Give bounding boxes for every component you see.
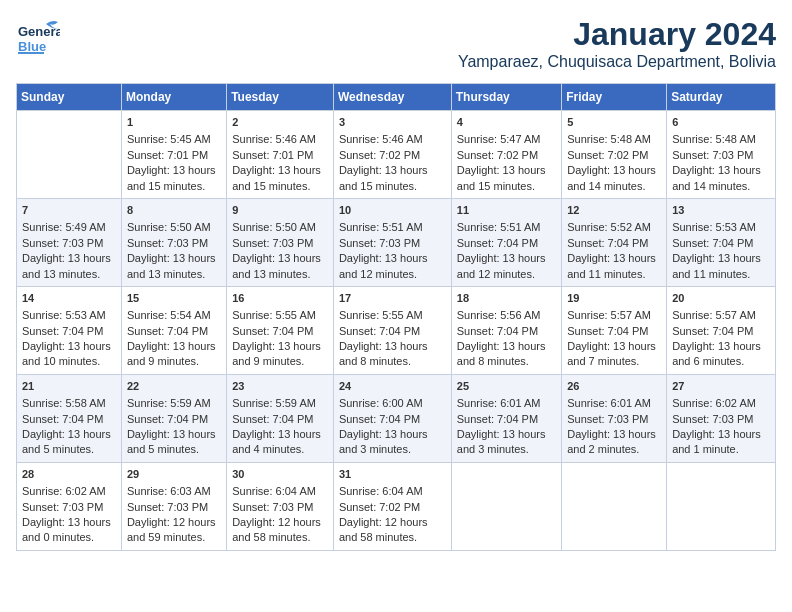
sunrise-label: Sunrise: 5:47 AM	[457, 133, 541, 145]
sunset-label: Sunset: 7:04 PM	[339, 413, 420, 425]
day-cell: 9Sunrise: 5:50 AMSunset: 7:03 PMDaylight…	[227, 198, 334, 286]
day-cell	[667, 462, 776, 550]
daylight-label: Daylight: 13 hours and 9 minutes.	[232, 340, 321, 367]
daylight-label: Daylight: 13 hours and 9 minutes.	[127, 340, 216, 367]
sunset-label: Sunset: 7:02 PM	[567, 149, 648, 161]
day-number: 31	[339, 467, 446, 482]
daylight-label: Daylight: 13 hours and 11 minutes.	[567, 252, 656, 279]
day-number: 2	[232, 115, 328, 130]
header-row: SundayMondayTuesdayWednesdayThursdayFrid…	[17, 84, 776, 111]
sunrise-label: Sunrise: 5:45 AM	[127, 133, 211, 145]
sunset-label: Sunset: 7:04 PM	[22, 325, 103, 337]
sunrise-label: Sunrise: 5:56 AM	[457, 309, 541, 321]
day-cell: 4Sunrise: 5:47 AMSunset: 7:02 PMDaylight…	[451, 111, 561, 199]
day-cell: 28Sunrise: 6:02 AMSunset: 7:03 PMDayligh…	[17, 462, 122, 550]
day-cell: 14Sunrise: 5:53 AMSunset: 7:04 PMDayligh…	[17, 286, 122, 374]
sunrise-label: Sunrise: 6:03 AM	[127, 485, 211, 497]
sunrise-label: Sunrise: 5:51 AM	[457, 221, 541, 233]
daylight-label: Daylight: 13 hours and 14 minutes.	[567, 164, 656, 191]
header-cell-wednesday: Wednesday	[333, 84, 451, 111]
day-cell: 10Sunrise: 5:51 AMSunset: 7:03 PMDayligh…	[333, 198, 451, 286]
sunset-label: Sunset: 7:04 PM	[127, 413, 208, 425]
sunrise-label: Sunrise: 5:55 AM	[339, 309, 423, 321]
sunrise-label: Sunrise: 5:53 AM	[22, 309, 106, 321]
page-header: General Blue January 2024 Yamparaez, Chu…	[16, 16, 776, 71]
sunrise-label: Sunrise: 6:02 AM	[672, 397, 756, 409]
sunrise-label: Sunrise: 5:58 AM	[22, 397, 106, 409]
daylight-label: Daylight: 13 hours and 0 minutes.	[22, 516, 111, 543]
sunrise-label: Sunrise: 6:02 AM	[22, 485, 106, 497]
day-number: 13	[672, 203, 770, 218]
sunset-label: Sunset: 7:03 PM	[232, 501, 313, 513]
day-cell: 3Sunrise: 5:46 AMSunset: 7:02 PMDaylight…	[333, 111, 451, 199]
day-number: 22	[127, 379, 221, 394]
sunset-label: Sunset: 7:04 PM	[127, 325, 208, 337]
sunrise-label: Sunrise: 5:55 AM	[232, 309, 316, 321]
daylight-label: Daylight: 12 hours and 58 minutes.	[339, 516, 428, 543]
day-number: 23	[232, 379, 328, 394]
sunrise-label: Sunrise: 5:50 AM	[127, 221, 211, 233]
day-cell: 16Sunrise: 5:55 AMSunset: 7:04 PMDayligh…	[227, 286, 334, 374]
day-cell	[451, 462, 561, 550]
sunset-label: Sunset: 7:04 PM	[457, 413, 538, 425]
sunset-label: Sunset: 7:03 PM	[339, 237, 420, 249]
sunset-label: Sunset: 7:02 PM	[339, 149, 420, 161]
daylight-label: Daylight: 13 hours and 7 minutes.	[567, 340, 656, 367]
day-number: 21	[22, 379, 116, 394]
sunrise-label: Sunrise: 5:57 AM	[672, 309, 756, 321]
sunset-label: Sunset: 7:03 PM	[672, 413, 753, 425]
day-number: 14	[22, 291, 116, 306]
day-number: 8	[127, 203, 221, 218]
sunset-label: Sunset: 7:04 PM	[672, 325, 753, 337]
day-cell: 5Sunrise: 5:48 AMSunset: 7:02 PMDaylight…	[562, 111, 667, 199]
daylight-label: Daylight: 12 hours and 58 minutes.	[232, 516, 321, 543]
daylight-label: Daylight: 13 hours and 3 minutes.	[339, 428, 428, 455]
daylight-label: Daylight: 13 hours and 2 minutes.	[567, 428, 656, 455]
day-number: 16	[232, 291, 328, 306]
daylight-label: Daylight: 13 hours and 15 minutes.	[339, 164, 428, 191]
sunrise-label: Sunrise: 6:01 AM	[567, 397, 651, 409]
sunset-label: Sunset: 7:03 PM	[672, 149, 753, 161]
sunrise-label: Sunrise: 5:46 AM	[232, 133, 316, 145]
day-cell: 2Sunrise: 5:46 AMSunset: 7:01 PMDaylight…	[227, 111, 334, 199]
sunrise-label: Sunrise: 5:59 AM	[127, 397, 211, 409]
day-number: 3	[339, 115, 446, 130]
day-cell: 18Sunrise: 5:56 AMSunset: 7:04 PMDayligh…	[451, 286, 561, 374]
day-cell: 21Sunrise: 5:58 AMSunset: 7:04 PMDayligh…	[17, 374, 122, 462]
day-number: 28	[22, 467, 116, 482]
day-number: 1	[127, 115, 221, 130]
daylight-label: Daylight: 13 hours and 10 minutes.	[22, 340, 111, 367]
sunrise-label: Sunrise: 5:46 AM	[339, 133, 423, 145]
sunset-label: Sunset: 7:04 PM	[22, 413, 103, 425]
day-number: 18	[457, 291, 556, 306]
daylight-label: Daylight: 13 hours and 13 minutes.	[22, 252, 111, 279]
day-cell: 25Sunrise: 6:01 AMSunset: 7:04 PMDayligh…	[451, 374, 561, 462]
logo: General Blue	[16, 16, 60, 60]
sunset-label: Sunset: 7:03 PM	[232, 237, 313, 249]
day-cell: 17Sunrise: 5:55 AMSunset: 7:04 PMDayligh…	[333, 286, 451, 374]
day-number: 15	[127, 291, 221, 306]
header-cell-sunday: Sunday	[17, 84, 122, 111]
sunset-label: Sunset: 7:04 PM	[457, 237, 538, 249]
title-block: January 2024 Yamparaez, Chuquisaca Depar…	[458, 16, 776, 71]
daylight-label: Daylight: 13 hours and 6 minutes.	[672, 340, 761, 367]
day-number: 7	[22, 203, 116, 218]
sunset-label: Sunset: 7:04 PM	[457, 325, 538, 337]
day-cell: 23Sunrise: 5:59 AMSunset: 7:04 PMDayligh…	[227, 374, 334, 462]
day-cell: 19Sunrise: 5:57 AMSunset: 7:04 PMDayligh…	[562, 286, 667, 374]
day-cell: 22Sunrise: 5:59 AMSunset: 7:04 PMDayligh…	[121, 374, 226, 462]
day-cell: 6Sunrise: 5:48 AMSunset: 7:03 PMDaylight…	[667, 111, 776, 199]
day-number: 9	[232, 203, 328, 218]
sunset-label: Sunset: 7:04 PM	[567, 325, 648, 337]
sunset-label: Sunset: 7:04 PM	[339, 325, 420, 337]
daylight-label: Daylight: 13 hours and 12 minutes.	[339, 252, 428, 279]
day-cell: 24Sunrise: 6:00 AMSunset: 7:04 PMDayligh…	[333, 374, 451, 462]
day-number: 30	[232, 467, 328, 482]
daylight-label: Daylight: 13 hours and 14 minutes.	[672, 164, 761, 191]
day-cell: 13Sunrise: 5:53 AMSunset: 7:04 PMDayligh…	[667, 198, 776, 286]
calendar-title: January 2024	[458, 16, 776, 53]
daylight-label: Daylight: 13 hours and 15 minutes.	[232, 164, 321, 191]
header-cell-tuesday: Tuesday	[227, 84, 334, 111]
sunset-label: Sunset: 7:01 PM	[127, 149, 208, 161]
sunrise-label: Sunrise: 5:54 AM	[127, 309, 211, 321]
